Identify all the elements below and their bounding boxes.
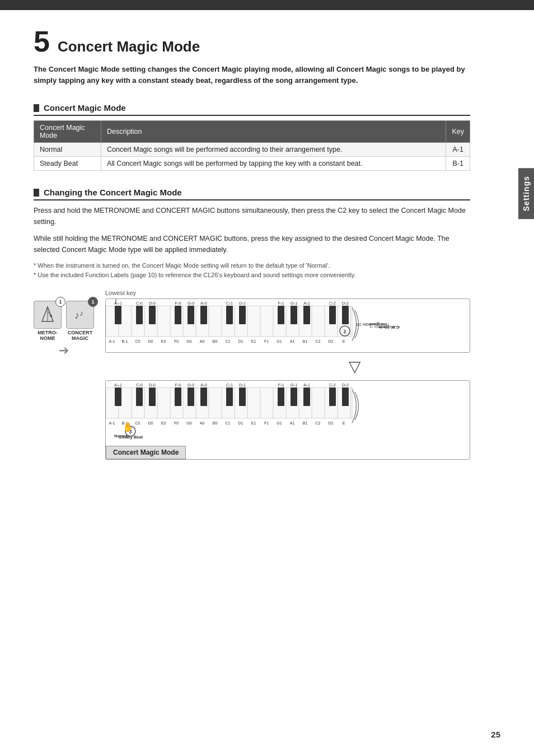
svg-text:G♭1: G♭1 [291,301,297,305]
key-normal: A-1 [446,143,470,157]
svg-text:1: 1 [369,326,373,328]
step2-label: 2 [343,329,346,334]
svg-text:C1: C1 [226,421,231,425]
piano-svg-bottom: A♭-1 C♭0 D♭0 F♭0 G♭0 A♭0 C♭1 D♭1 F♭1 G♭1… [106,381,408,442]
svg-text:C♭0: C♭0 [136,301,143,305]
svg-text:G1: G1 [277,339,282,343]
svg-text:D2: D2 [329,339,334,343]
svg-rect-106 [149,388,156,406]
svg-text:A1: A1 [290,339,295,343]
chapter-heading: 5 Concert Magic Mode [34,27,470,56]
section2: Changing the Concert Magic Mode Press an… [34,188,470,279]
svg-text:2: 2 [374,326,378,328]
svg-text:G♭0: G♭0 [188,383,194,387]
svg-rect-111 [239,388,246,406]
down-arrow-icon: ▽ [349,357,361,376]
svg-text:B1: B1 [303,421,308,425]
chapter-title: Concert Magic Mode [58,38,200,55]
svg-rect-115 [329,388,336,406]
svg-text:C2: C2 [316,421,321,425]
svg-text:Touch: Touch [368,323,379,326]
svg-text:D♭2: D♭2 [342,383,349,387]
arrow-right: ➔ [59,343,69,358]
svg-text:D♭1: D♭1 [239,301,246,305]
body-text-2: While still holding the METRONOME and CO… [34,233,470,255]
svg-rect-109 [200,388,207,406]
svg-text:C0: C0 [135,339,140,343]
section1-heading: Concert Magic Mode [34,103,470,116]
table-row: Normal Concert Magic songs will be perfo… [34,143,470,157]
svg-rect-112 [278,388,284,406]
svg-rect-113 [291,388,297,406]
svg-rect-116 [342,388,349,406]
svg-rect-107 [175,388,181,406]
section2-heading-text: Changing the Concert Magic Mode [44,188,182,197]
mode-table: Concert Magic Mode Description Key Norma… [34,120,470,171]
th-key: Key [446,121,470,143]
note-labels: A-1 B-1 C0 D0 E0 F0 G0 A0 B0 C1 D1 E1 F1… [109,339,345,343]
lowest-key-label: Lowest key [105,290,470,296]
cmm-label-box: Concert Magic Mode [106,446,186,459]
svg-text:A♭0: A♭0 [200,383,207,387]
desc-steady: All Concert Magic songs will be performe… [101,157,446,171]
svg-text:A♭1: A♭1 [303,301,310,305]
note-labels-bottom: A-1 B-1 C0 D0 E0 F0 G0 A0 B0 C1 D1 E1 F1… [109,421,345,425]
footnote-1: * When the instrument is turned on, the … [34,261,470,270]
svg-text:A-1: A-1 [109,339,115,343]
svg-text:G♭0: G♭0 [188,301,194,305]
piano-svg-top: // Will be rendered by inline SVG paths … [106,299,408,352]
svg-text:E0: E0 [161,339,166,343]
svg-text:F♭1: F♭1 [278,383,284,387]
svg-text:A1: A1 [290,421,295,425]
svg-rect-34 [239,306,246,324]
svg-text:D0: D0 [148,339,153,343]
svg-rect-38 [329,306,336,324]
diagram-area: 1 METRO-NOME ♪ ♪ 1 CONCERTMAGIC [34,290,470,460]
svg-text:C2: C2 [316,339,321,343]
settings-tab: Settings [518,168,534,219]
section2-heading-bar [34,189,39,197]
svg-text:B1: B1 [303,339,308,343]
svg-rect-114 [303,388,310,406]
svg-text:A0: A0 [200,421,205,425]
concert-magic-label: CONCERTMAGIC [68,330,93,341]
svg-text:C♭1: C♭1 [226,383,233,387]
svg-text:D♭0: D♭0 [149,301,156,305]
section1: Concert Magic Mode Concert Magic Mode De… [34,103,470,171]
svg-rect-37 [303,306,310,324]
svg-text:C♭1: C♭1 [226,301,233,305]
svg-text:B0: B0 [213,421,218,425]
svg-text:E: E [343,421,345,425]
svg-rect-105 [136,388,143,406]
svg-text:F♭0: F♭0 [175,383,181,387]
svg-text:C1: C1 [226,339,231,343]
sharp-labels: A♭-1 C♭0 D♭0 F♭0 G♭0 A♭0 C♭1 D♭1 F♭1 G♭1… [114,301,349,305]
svg-rect-32 [200,306,207,324]
svg-text:C♭2: C♭2 [329,383,336,387]
svg-rect-104 [115,388,121,406]
keyboard-top: // Will be rendered by inline SVG paths … [105,298,470,353]
svg-rect-33 [226,306,233,324]
svg-text:A♭-1: A♭-1 [114,383,122,387]
svg-text:D2: D2 [329,421,334,425]
svg-text:E1: E1 [251,421,256,425]
svg-text:♪: ♪ [79,309,83,318]
body-text-1: Press and hold the METRONOME and CONCERT… [34,205,470,227]
svg-text:A-1: A-1 [109,421,115,425]
svg-text:G0: G0 [186,421,191,425]
svg-text:A♭-1: A♭-1 [114,301,122,305]
svg-rect-110 [226,388,233,406]
svg-text:D♭1: D♭1 [239,383,246,387]
svg-text:G0: G0 [186,339,191,343]
svg-text:E1: E1 [251,339,256,343]
step1-badge: 1 [55,297,65,307]
keyboard-bottom: A♭-1 C♭0 D♭0 F♭0 G♭0 A♭0 C♭1 D♭1 F♭1 G♭1… [105,380,470,460]
svg-text:D1: D1 [238,339,243,343]
svg-rect-30 [175,306,181,324]
svg-text:B-1: B-1 [122,339,128,343]
svg-text:G♭1: G♭1 [291,383,297,387]
svg-rect-108 [188,388,194,406]
metronome-label: METRO-NOME [38,330,58,341]
page-number: 25 [491,730,500,739]
svg-text:♪: ♪ [74,310,79,321]
